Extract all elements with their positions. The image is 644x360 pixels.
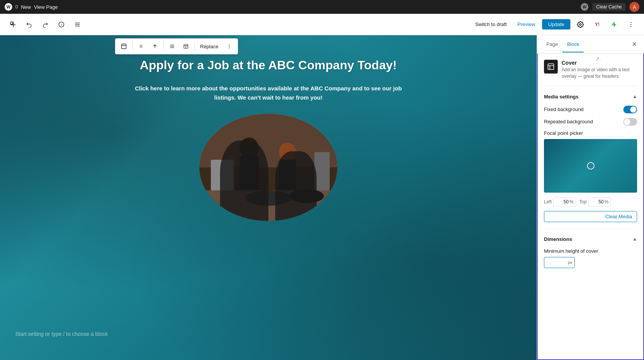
notification-count: 0 [15, 4, 18, 10]
media-settings-chevron: ▲ [632, 94, 637, 99]
yoast-button[interactable]: Y! [590, 18, 604, 31]
cover-image [199, 114, 337, 221]
repeated-background-toggle[interactable] [623, 118, 637, 126]
panel-content: Cover Add an image or video with a text … [537, 54, 644, 360]
cover-title[interactable]: Apply for a Job at the ABC Company Today… [134, 58, 402, 72]
svg-point-33 [245, 190, 291, 206]
svg-point-16 [141, 47, 142, 48]
focal-left-value: 50 [556, 199, 568, 205]
focal-point-label: Focal point picker [544, 130, 637, 136]
svg-point-29 [240, 137, 259, 159]
panel-tabs: Page Block ✕ [537, 35, 644, 54]
focal-picker-canvas[interactable] [544, 139, 637, 193]
repeated-background-row: Repeated background [544, 118, 637, 126]
settings-button[interactable] [573, 18, 587, 31]
focal-left-input[interactable]: 50 % [553, 197, 576, 206]
view-page-link[interactable]: View Page [34, 4, 58, 10]
list-view-button[interactable] [71, 18, 84, 31]
panel-close-button[interactable]: ✕ [629, 39, 639, 50]
svg-point-24 [229, 46, 230, 47]
redo-button[interactable] [38, 18, 52, 31]
block-tab[interactable]: Block [562, 37, 584, 52]
divider-1 [544, 86, 637, 86]
dimensions-title: Dimensions [544, 236, 572, 242]
undo-button[interactable] [22, 18, 36, 31]
svg-point-34 [289, 189, 324, 203]
svg-point-31 [279, 142, 296, 162]
svg-rect-37 [548, 64, 554, 70]
switch-to-draft-button[interactable]: Switch to draft [471, 19, 510, 29]
fixed-background-label: Fixed background [544, 106, 583, 112]
svg-rect-0 [10, 22, 13, 24]
svg-point-5 [580, 23, 582, 25]
drag-handle-button[interactable] [135, 40, 147, 52]
move-up-down-button[interactable] [149, 40, 161, 52]
focal-top-group: Top 50 % [579, 197, 611, 206]
svg-point-14 [141, 46, 142, 47]
cover-block-icon [544, 60, 558, 74]
cover-subtitle[interactable]: Click here to learn more about the oppor… [134, 84, 402, 102]
svg-rect-32 [279, 160, 296, 190]
editor-toolbar: Switch to draft Preview Update Y! [0, 14, 644, 35]
update-button[interactable]: Update [542, 19, 570, 29]
focal-top-label: Top [579, 199, 586, 205]
block-info: Cover Add an image or video with a text … [544, 60, 637, 80]
toolbar-divider-1 [132, 42, 133, 51]
focal-crosshair [587, 162, 595, 170]
block-icon-button[interactable] [118, 40, 130, 52]
bolt-button[interactable] [607, 18, 621, 31]
svg-point-11 [140, 45, 141, 46]
dimensions-section[interactable]: Dimensions ▲ [544, 235, 637, 244]
main-layout: Replace Apply for a Job at the ABC Compa… [0, 35, 644, 360]
min-height-label: Minimum height of cover [544, 248, 637, 254]
divider-2 [544, 228, 637, 229]
kitchen-image-svg [199, 114, 337, 221]
page-tab[interactable]: Page [542, 37, 562, 52]
svg-point-12 [141, 45, 142, 46]
align-button[interactable] [166, 40, 178, 52]
info-button[interactable] [54, 18, 68, 31]
more-block-options-button[interactable] [223, 40, 235, 52]
svg-point-25 [229, 47, 230, 48]
block-description: Add an image or video with a text overla… [562, 67, 637, 80]
repeated-background-label: Repeated background [544, 119, 593, 124]
panel-header-container: Page Block ✕ → [537, 35, 644, 54]
svg-point-13 [140, 46, 141, 47]
min-height-unit: px [568, 260, 572, 265]
svg-point-7 [631, 24, 631, 25]
svg-point-15 [140, 47, 141, 48]
focal-top-input[interactable]: 50 % [588, 197, 611, 206]
toolbar-left [6, 18, 470, 31]
media-settings-section[interactable]: Media settings ▲ [544, 92, 637, 101]
media-settings-title: Media settings [544, 94, 578, 100]
replace-button[interactable]: Replace [197, 42, 222, 51]
cover-block: Apply for a Job at the ABC Company Today… [0, 35, 537, 360]
focal-left-unit: % [569, 199, 573, 205]
wp-logo: W [5, 3, 12, 11]
clear-media-button[interactable]: Clear Media [544, 211, 637, 222]
preview-button[interactable]: Preview [514, 19, 539, 29]
focal-inputs: Left 50 % Top 50 % [544, 197, 637, 206]
block-inserter-button[interactable] [6, 18, 20, 31]
top-bar-right: W Clear Cache A [324, 2, 639, 12]
layout-button[interactable] [180, 40, 192, 52]
more-options-button[interactable] [624, 18, 638, 31]
typing-prompt[interactable]: Start writing or type / to choose a bloc… [15, 331, 108, 337]
svg-rect-30 [240, 156, 259, 190]
focal-top-value: 50 [591, 199, 603, 205]
toolbar-divider-3 [194, 42, 195, 51]
svg-point-23 [229, 44, 230, 45]
fixed-background-toggle[interactable] [623, 106, 637, 113]
focal-point-section: Focal point picker Left 50 % Top [544, 130, 637, 206]
cover-image-oval [199, 114, 337, 221]
focal-left-group: Left 50 % [544, 197, 576, 206]
dimensions-chevron: ▲ [632, 236, 637, 242]
top-bar-left: W 0 New View Page [5, 3, 320, 11]
toolbar-divider-2 [163, 42, 164, 51]
new-label[interactable]: New [21, 4, 31, 10]
top-bar: W 0 New View Page W Clear Cache A [0, 0, 644, 14]
clear-cache-button[interactable]: Clear Cache [592, 3, 626, 11]
focal-left-label: Left [544, 199, 552, 205]
side-panel: Page Block ✕ → Cover Add an image or vid… [537, 35, 644, 360]
editor-area: Replace Apply for a Job at the ABC Compa… [0, 35, 537, 360]
